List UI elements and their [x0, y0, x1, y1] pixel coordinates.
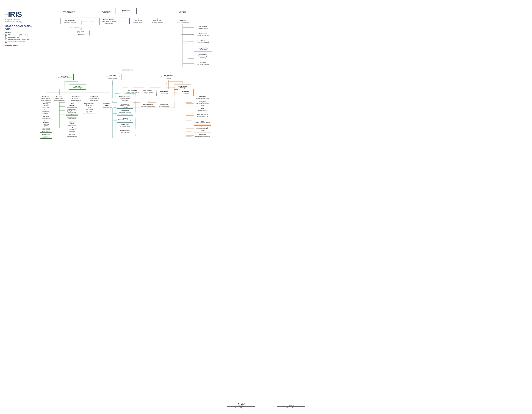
- financial-connectors: [39, 7, 213, 158]
- john-soderquist-box: John Soderquist, Warehouse Specialist - …: [194, 126, 211, 132]
- michael-lane-box: Michael Lane, Systems Administrator: [40, 134, 52, 138]
- autumn-johnson-box: Autumn Johnson, Software Engineer: [66, 103, 78, 108]
- kasey-aderhold-box: Kasey Aderhold, Senior Project Associate: [140, 103, 156, 108]
- staff-acct-box: Dee Mann, Staff Accountant (A/R): [194, 61, 212, 66]
- acct-mgr-box: David Fillesbrown, Accounting Manager: [194, 39, 212, 44]
- chart-title: STAFF ORGANIZATION CHART: [5, 25, 37, 30]
- org-chart: BUSINESS/ HUMAN RESOURCES SPONSORED PROJ…: [39, 7, 213, 158]
- legend-is: Instrumentation Services (IS): [5, 41, 37, 43]
- iris-text: IRIS: [8, 11, 22, 18]
- manochehr-box: Manochehr Bahavas, Product Specialist: [101, 103, 113, 108]
- iris-logo: ~∿~ IRIS: [5, 11, 37, 18]
- exec-asst-box: Rhonda Porter, Executive Assistant: [149, 18, 166, 24]
- legend-box-epo: [5, 39, 7, 40]
- senior-grants-box: Maureen McMahon, Senior Grants & Contrac…: [99, 18, 119, 25]
- rob-casey-box: Rob Casey, Deputy Director, CyberInfrast…: [53, 95, 65, 102]
- legend-hq: IRIS Headquarters (DC Location): [5, 34, 37, 36]
- legend-ds: Data Services (DS): [5, 36, 37, 38]
- asst-controller-box: Jeph Mathurin, Assistant Controller: [194, 25, 212, 30]
- legend-box-hq: [5, 34, 7, 36]
- section-iris-programs: IRIS PROGRAMS: [92, 69, 163, 71]
- logo-area: ~∿~ IRIS Incorporated Research Instituti…: [5, 11, 37, 46]
- doug-bloomquist-box: Doug Bloomquist, Lead Engineer - TA: [194, 113, 211, 118]
- iris-subtitle: Incorporated Research Institutions for S…: [5, 19, 37, 23]
- jeremy-miner-box: Jeremy Miner, Station Specialist/ Safety…: [194, 101, 211, 106]
- connector-lines: [39, 7, 213, 158]
- maiden-dordevic-box: Maiden Dordevic, Web Developer: [117, 129, 133, 134]
- section-biz-hr: BUSINESS/ HUMAN RESOURCES: [62, 10, 76, 13]
- section-financial: FINANCIAL SERVICES: [176, 10, 190, 13]
- tim-ronan-box: Tim Ronan, Data Engineer: [40, 115, 52, 120]
- michael-h-box: Michael Hubenthal, Senior Education Spec…: [117, 95, 133, 102]
- anh-ngo-box: Anh Ngo, Operations Programmer: [40, 103, 52, 108]
- adam-clark-box: Adam Clark, Lead Web Developer: [66, 127, 78, 132]
- bob-busby-box: Bob Busby, TA Manager: [178, 89, 194, 96]
- kent-anderson-box: Kent Anderson, Portable Programs Manager: [140, 89, 156, 96]
- chad-trabant-box: Chad Trabant, Deputy Director & Chief Ar…: [88, 95, 100, 102]
- section-sponsored: SPONSORED PROJECTS: [99, 10, 114, 13]
- proj-cost-ctrl-box: Robin Morris, Project Cost Controller: [194, 32, 212, 37]
- rick-benson-box: Rick Benson, Deputy Director, DMC Operat…: [40, 95, 52, 102]
- nick-falco-box: Nick Falco, Software Engineer: [66, 133, 78, 138]
- legend-box-ds: [5, 36, 7, 38]
- chart-date: November 22, 2019: [5, 44, 37, 46]
- bus-analyst-box: Robert Austin, Business Analyst (Purchas…: [194, 53, 212, 59]
- dashed-connectors: [39, 7, 213, 158]
- hr-gen-box: Trayce Turner, HR Generalist/ Administra…: [72, 30, 90, 36]
- cfo-box: Candy Shin, Chief Financial Officer: [173, 18, 192, 24]
- bob-woodward2-box: Bob Woodward, Acting OBSIP Project Manag…: [125, 89, 141, 96]
- legend-title: LEGEND: [5, 32, 37, 33]
- wave-icon: ~∿~: [5, 14, 8, 15]
- robert-weekly-box: Robert Weekly, Quality Assurance & Deplo…: [66, 109, 78, 114]
- ds-dir-box: Jerry Carter, Director of Data Services: [56, 74, 74, 80]
- un-joe-box: Un Joe, Data Control Technician: [40, 109, 52, 114]
- justin-sweet-box: Justin Sweet, Project Associate: [156, 103, 172, 108]
- busby-connectors: [39, 7, 213, 158]
- tbd-alaska-box: TBD, Station Specialist - Alaska: [194, 119, 211, 125]
- tbd-station-box: TBD, Station Specialist: [194, 107, 211, 112]
- meeting-planner-box: Krystin Poltra, Meeting Planner: [129, 18, 146, 24]
- mary-templeton-box: Mary Templeton, Quality Control Analyst: [83, 103, 95, 108]
- biz-hr-mgr-box: Mario Swanson, Business/HR Manager: [60, 18, 80, 24]
- legend-epo: Education and Public Outreach (EPO): [5, 39, 37, 40]
- laura-keysin-box: Laura Keysin, Data Quality Analyst: [83, 109, 95, 114]
- epo-dir-box: John Taber, Director of Education and Pu…: [104, 74, 122, 80]
- inge-watson-box: Inge Watson, Senior Systems Administrato…: [40, 127, 52, 133]
- yazan-suleiman-box: Yazan Suleiman, Web Services: [66, 115, 78, 120]
- forrest-thompson-box: Forrest Thompson, Real Time Systems: [40, 121, 52, 126]
- ap-mgr-box: Josephine Aka, A/P Manager: [194, 46, 212, 51]
- mick-van-fossen-box: Mick Van Fossen, Web Services: [66, 121, 78, 126]
- wendy-bohon-box: Wendy Bohon, Informal Education Speciali…: [117, 103, 133, 108]
- president-box: Bob Detrick, IRIS President: [115, 8, 137, 14]
- katrin-hafner-box: Katrin Hafner, GSN Manager: [156, 89, 172, 96]
- danielle-sumy-box: Danielle Sumy, Project Associate: [117, 122, 133, 128]
- gillian-sharer-box: Gillian Sharer, Deputy Director, Quality…: [70, 95, 82, 102]
- legend-box-is: [5, 41, 7, 43]
- is-dir-box: Bob Woodward, Director of Instrumentatio…: [160, 74, 177, 80]
- office-mgr-box: Gale Cox, Office Manager: [69, 84, 86, 90]
- perle-dort-box: Perle Dort, Public Outreach Manager: [117, 116, 133, 122]
- tammy-bravo-box: Tammy Bravo, Seismology Education and Ou…: [117, 109, 133, 116]
- molly-staats-box: Molly Staats, Alaska Permit Coordinator: [194, 133, 211, 138]
- ryan-bierma-box: Ryan Bierma, Deployment Coordinator: [194, 95, 211, 100]
